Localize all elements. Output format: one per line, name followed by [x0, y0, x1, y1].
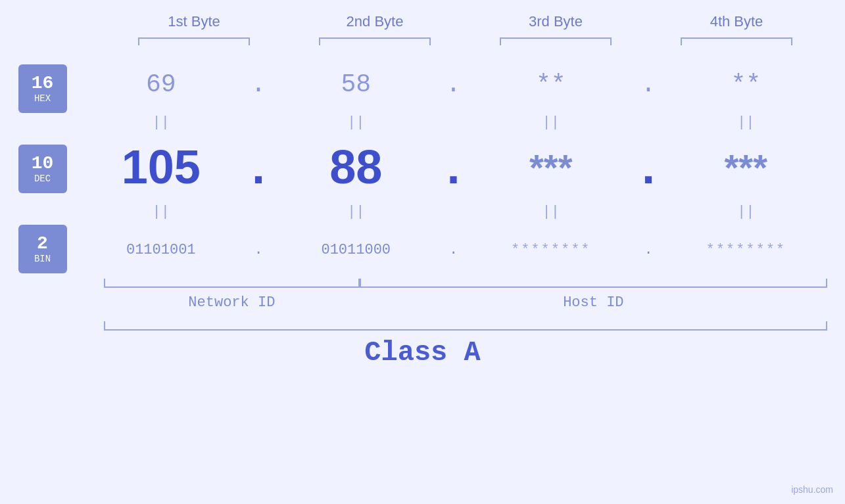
id-labels: Network ID Host ID	[104, 294, 827, 311]
bracket-line-1	[138, 37, 250, 45]
dec-b4-value: ***	[725, 146, 767, 189]
hex-dot1: .	[242, 70, 275, 99]
dec-b3-value: ***	[529, 146, 572, 189]
hex-row: 69 . 58 . ** . **	[80, 58, 827, 110]
bin-b1-value: 01101001	[126, 242, 196, 258]
dec-b3-cell: ***	[470, 146, 633, 189]
dec-b2-cell: 88	[275, 140, 437, 194]
bin-b2-cell: 01011000	[275, 242, 437, 258]
hex-b2-cell: 58	[275, 70, 437, 99]
bin-b2-value: 01011000	[321, 242, 391, 258]
class-label: Class A	[364, 337, 480, 369]
hex-badge-number: 16	[32, 74, 54, 94]
hex-b2-value: 58	[341, 70, 371, 99]
bottom-section: Network ID Host ID	[104, 279, 827, 311]
equals-row-2: || || || ||	[80, 200, 827, 223]
dec-b2-value: 88	[329, 140, 382, 194]
hex-b4-cell: **	[665, 70, 827, 99]
top-bracket-row	[104, 35, 827, 47]
dec-dot3: .	[632, 140, 665, 194]
bracket-line-4	[681, 37, 792, 45]
badge-column: 16 HEX 10 DEC 2 BIN	[18, 58, 67, 273]
bracket-cell-1	[104, 35, 285, 47]
dec-row: 105 . 88 . *** . ***	[80, 134, 827, 200]
class-label-row: Class A	[0, 337, 845, 369]
dec-badge-label: DEC	[34, 173, 51, 184]
dec-badge-number: 10	[32, 154, 54, 174]
watermark: ipshu.com	[791, 484, 833, 495]
byte2-header: 2nd Byte	[285, 13, 466, 30]
dec-dot2: .	[437, 140, 470, 194]
bin-b4-value: ********	[706, 242, 786, 258]
bottom-brackets	[104, 279, 827, 290]
eq2-b1: ||	[80, 200, 243, 223]
eq2-b3: ||	[470, 200, 633, 223]
dec-badge: 10 DEC	[18, 145, 67, 193]
bracket-cell-3	[466, 35, 646, 47]
hex-b4-value: **	[731, 70, 761, 99]
dec-dot1: .	[242, 140, 275, 194]
bin-badge-label: BIN	[34, 254, 51, 264]
byte1-header: 1st Byte	[104, 13, 285, 30]
hex-b1-cell: 69	[80, 70, 243, 99]
byte-headers: 1st Byte 2nd Byte 3rd Byte 4th Byte	[104, 13, 827, 30]
content-area: 16 HEX 10 DEC 2 BIN 69 .	[18, 58, 827, 276]
bin-dot3: .	[632, 242, 665, 258]
hex-b3-value: **	[536, 70, 566, 99]
hex-badge-label: HEX	[34, 93, 51, 104]
main-container: 1st Byte 2nd Byte 3rd Byte 4th Byte 16 H…	[0, 0, 845, 504]
eq1-b4: ||	[665, 110, 827, 134]
network-id-label: Network ID	[104, 294, 360, 311]
dec-b1-value: 105	[122, 140, 201, 194]
hex-b3-cell: **	[470, 70, 633, 99]
bin-b3-cell: ********	[470, 242, 633, 258]
bin-b3-value: ********	[511, 242, 591, 258]
eq2-b4: ||	[665, 200, 827, 223]
bin-dot1: .	[242, 242, 275, 258]
hex-badge: 16 HEX	[18, 64, 67, 113]
hex-b1-value: 69	[146, 70, 176, 99]
dec-b1-cell: 105	[80, 140, 243, 194]
dec-b4-cell: ***	[665, 146, 827, 189]
bin-b4-cell: ********	[665, 242, 827, 258]
bracket-cell-4	[646, 35, 827, 47]
eq2-b2: ||	[275, 200, 437, 223]
bin-dot2: .	[437, 242, 470, 258]
byte4-header: 4th Byte	[646, 13, 827, 30]
hex-dot3: .	[632, 70, 665, 99]
data-grid: 69 . 58 . ** . **	[80, 58, 827, 276]
host-id-label: Host ID	[360, 294, 827, 311]
host-bracket	[360, 279, 827, 288]
outer-bracket-row	[104, 321, 827, 331]
eq1-b3: ||	[470, 110, 633, 134]
network-bracket	[104, 279, 360, 288]
bin-badge: 2 BIN	[18, 225, 67, 273]
eq1-b1: ||	[80, 110, 243, 134]
bracket-cell-2	[285, 35, 466, 47]
eq1-b2: ||	[275, 110, 437, 134]
bracket-line-3	[500, 37, 612, 45]
equals-row-1: || || || ||	[80, 110, 827, 134]
bin-row: 01101001 . 01011000 . ******** .	[80, 223, 827, 276]
hex-dot2: .	[437, 70, 470, 99]
byte3-header: 3rd Byte	[466, 13, 646, 30]
bin-badge-number: 2	[37, 234, 48, 254]
bracket-line-2	[319, 37, 431, 45]
bin-b1-cell: 01101001	[80, 242, 243, 258]
outer-bracket-line	[104, 321, 827, 331]
